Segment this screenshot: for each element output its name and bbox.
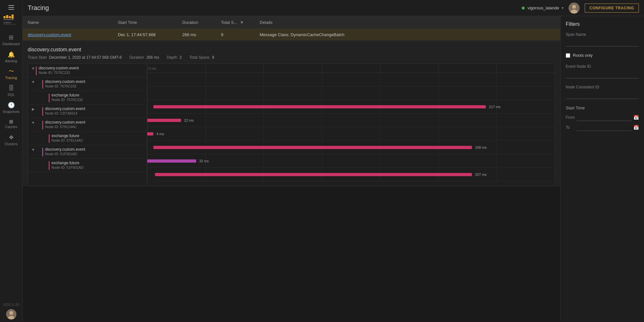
sidebar-item-sql[interactable]: 🗄 SQL — [0, 82, 22, 99]
from-calendar-icon[interactable]: 📅 — [633, 115, 639, 120]
grid-line — [264, 73, 264, 86]
sidebar-item-caches[interactable]: ▦ Caches — [0, 116, 22, 131]
span-toggle-icon[interactable]: ▼ — [31, 66, 36, 70]
center-panel: Name Start Time Duration Total S... ▼ — [23, 16, 560, 322]
grid-line — [496, 114, 497, 127]
trace-total-spans: 9 — [216, 29, 255, 41]
span-timeline-bar — [147, 132, 153, 136]
grid-line — [264, 86, 264, 100]
grid-line — [438, 86, 439, 100]
span-tree-row[interactable]: ▼discovery.custom.eventNode ID: 51F501AD — [28, 145, 147, 159]
col-details[interactable]: Details — [255, 16, 560, 29]
span-name: discovery.custom.event — [45, 120, 144, 125]
caches-icon: ▦ — [9, 119, 13, 124]
span-node-id: Node ID: 7570C232 — [52, 98, 144, 102]
grid-line — [496, 73, 497, 86]
node-consistent-id-input[interactable] — [566, 91, 639, 99]
ruler-tick — [206, 64, 207, 73]
sql-icon: 🗄 — [8, 85, 14, 92]
to-date-input[interactable] — [577, 124, 631, 131]
span-toggle-icon[interactable]: ▼ — [31, 121, 36, 125]
trace-table: Name Start Time Duration Total S... ▼ — [23, 16, 560, 41]
col-total-spans[interactable]: Total S... ▼ — [216, 16, 255, 29]
sidebar-avatar[interactable] — [6, 309, 16, 319]
grid-line — [206, 73, 206, 86]
svg-rect-3 — [11, 15, 14, 19]
grid-line — [147, 141, 148, 154]
trace-visualization: ▼discovery.custom.eventNode ID: 7570C232… — [28, 64, 555, 186]
trace-detail-title: discovery.custom.event — [28, 47, 555, 53]
app-logo: GridGain CONTROL CENTER — [2, 12, 21, 27]
from-date-input[interactable] — [577, 114, 631, 121]
ruler-tick — [380, 64, 381, 73]
span-timeline-bar — [155, 173, 472, 176]
sidebar-item-clusters[interactable]: ❖ Clusters — [0, 131, 22, 148]
grid-line — [438, 127, 439, 140]
span-tree-row[interactable]: ▼discovery.custom.eventNode ID: 7570C232 — [28, 77, 147, 91]
timeline-row — [147, 73, 555, 86]
span-timeline-bar — [153, 146, 472, 149]
trace-details: Message Class: DynamicCacheChangeBatch — [255, 29, 560, 41]
span-timeline-bar — [147, 159, 196, 163]
grid-line — [147, 86, 148, 100]
grid-line — [264, 154, 264, 167]
grid-line — [264, 127, 264, 140]
svg-point-11 — [572, 5, 576, 9]
trace-name-link[interactable]: discovery.custom.event — [28, 32, 71, 37]
to-calendar-icon[interactable]: 📅 — [633, 125, 639, 130]
ruler-tick — [322, 64, 323, 73]
grid-line — [322, 154, 322, 167]
grid-line — [438, 154, 439, 167]
span-tree: ▼discovery.custom.eventNode ID: 7570C232… — [28, 64, 147, 186]
alerting-icon: 🔔 — [8, 51, 15, 58]
span-tree-row[interactable]: ▼discovery.custom.eventNode ID: 7570C232 — [28, 64, 147, 77]
filters-panel: Filters Span Name Roots only Event Node … — [560, 16, 644, 322]
span-toggle-icon[interactable]: ▼ — [31, 80, 36, 84]
col-start-time[interactable]: Start Time — [113, 16, 177, 29]
sidebar-item-dashboard[interactable]: ⊞ Dashboard — [0, 31, 22, 48]
grid-line — [438, 73, 439, 86]
timeline-area: 0 ms217 ms22 ms4 ms208 ms32 ms207 ms — [147, 64, 555, 186]
span-toggle-icon[interactable]: ▼ — [31, 148, 36, 152]
sidebar-item-alerting[interactable]: 🔔 Alerting — [0, 48, 22, 65]
timeline-row: 208 ms — [147, 141, 555, 154]
span-color-indicator — [42, 107, 43, 116]
sidebar-item-tracing[interactable]: 〜 Tracing — [0, 65, 22, 82]
grid-line — [147, 168, 148, 181]
user-dropdown-arrow[interactable]: ▾ — [562, 6, 563, 10]
node-consistent-id-filter: Node Consistent ID — [566, 85, 639, 99]
configure-tracing-button[interactable]: CONFIGURE TRACING — [585, 4, 639, 13]
grid-line — [496, 86, 497, 100]
span-tree-row[interactable]: exchange.futureNode ID: 51F501AD — [28, 159, 147, 172]
span-color-indicator — [42, 80, 43, 89]
col-duration[interactable]: Duration — [177, 16, 216, 29]
span-tree-row[interactable]: exchange.futureNode ID: 579114AC — [28, 132, 147, 145]
roots-only-label[interactable]: Roots only — [573, 53, 592, 58]
sidebar-item-snapshots[interactable]: 🕐 Snapshots — [0, 99, 22, 116]
grid-line — [322, 73, 322, 86]
span-tree-row[interactable]: ▶discovery.custom.eventNode ID: CD73A514 — [28, 105, 147, 118]
timeline-row: 32 ms — [147, 154, 555, 168]
grid-line — [206, 114, 206, 127]
svg-text:GridGain: GridGain — [3, 22, 11, 24]
from-date-row: From 📅 — [566, 114, 639, 121]
trace-depth-meta: Depth 2 — [167, 55, 182, 60]
grid-line — [380, 73, 380, 86]
clusters-icon: ❖ — [9, 134, 14, 141]
trace-detail-meta: Trace Start December 1, 2020 at 17:44:57… — [28, 55, 555, 60]
span-node-id: Node ID: 51F501AD — [45, 152, 144, 156]
user-avatar[interactable] — [569, 3, 580, 14]
col-name[interactable]: Name — [23, 16, 113, 29]
span-name-input[interactable] — [566, 39, 639, 46]
span-tree-row[interactable]: exchange.futureNode ID: 7570C232 — [28, 91, 147, 105]
menu-icon[interactable] — [6, 3, 17, 12]
span-tree-row[interactable]: ▼discovery.custom.eventNode ID: 579114AC — [28, 118, 147, 132]
svg-rect-0 — [3, 16, 5, 18]
grid-line — [147, 100, 148, 113]
span-timeline-bar — [153, 105, 486, 108]
table-row[interactable]: discovery.custom.event Dec 1, 17:44:57.6… — [23, 29, 560, 41]
span-toggle-icon[interactable]: ▶ — [31, 107, 36, 111]
event-node-id-input[interactable] — [566, 71, 639, 78]
grid-line — [438, 114, 439, 127]
roots-only-checkbox[interactable] — [566, 53, 570, 58]
